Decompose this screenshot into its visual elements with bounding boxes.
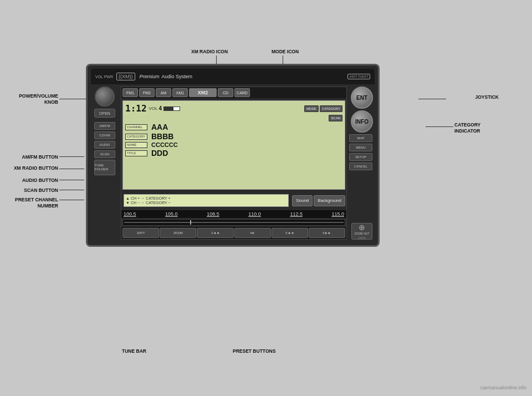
- channel-value: AAA: [151, 123, 168, 131]
- scan-button[interactable]: SCAN: [94, 150, 115, 158]
- sound-button[interactable]: Sound: [292, 195, 313, 206]
- preset-btn-6[interactable]: 6►►: [309, 228, 345, 238]
- time-display: 1:12: [125, 103, 147, 114]
- tab-am[interactable]: AM: [156, 88, 171, 97]
- category-minus-label: CATEGORY −: [146, 201, 171, 205]
- mode-button[interactable]: MODE: [304, 105, 319, 112]
- tab-xm1[interactable]: XM1: [172, 88, 188, 97]
- audio-system-text: Audio System: [162, 74, 193, 79]
- radio-body: OPEN AM/FM CD/XM AUDIO SCAN TUNE FOLDER …: [91, 87, 375, 240]
- vol-pwr-label: VOL PWR: [95, 75, 113, 79]
- freq-4[interactable]: 110.0: [248, 211, 261, 217]
- ch-minus-row: ▼ CH − → CATEGORY −: [126, 201, 287, 205]
- category-indicator-label: CATEGORY INDICATOR: [454, 122, 504, 134]
- am-fm-button[interactable]: AM/FM: [94, 122, 115, 130]
- tune-bar-line: [124, 222, 344, 223]
- category-button[interactable]: CATEGORY: [320, 105, 342, 112]
- name-value: CCCCCC: [151, 141, 178, 148]
- tune-bar: [122, 219, 345, 226]
- cd-xm-button[interactable]: CD/XM: [94, 131, 115, 139]
- freq-3[interactable]: 108.5: [207, 211, 219, 217]
- category-value: BBBB: [151, 132, 173, 141]
- scan-button-display[interactable]: SCAN: [329, 115, 342, 121]
- tune-folder-button[interactable]: TUNE FOLDER: [94, 160, 115, 175]
- sound-bg-row: Sound Background: [292, 195, 345, 206]
- ch-plus-label: CH +: [131, 196, 140, 200]
- side-buttons: AM/FM CD/XM AUDIO SCAN TUNE FOLDER: [94, 122, 115, 175]
- preset-row: 1RPT 2RDM 3◄◄ 4► 5◄◄ 6►►: [121, 227, 346, 239]
- tab-fm2[interactable]: FM2: [139, 88, 155, 97]
- channel-row: CHANNEL AAA: [125, 123, 342, 131]
- power-volume-label: POWER/VOLUME KNOB: [6, 93, 58, 105]
- category-row: CATEGORY BBBB: [125, 132, 342, 141]
- arrow-sound-area: ▲ CH + → CATEGORY + ▼ CH − → CATEGORY − …: [122, 193, 345, 208]
- freq-5[interactable]: 112.5: [290, 211, 303, 217]
- left-controls: OPEN AM/FM CD/XM AUDIO SCAN TUNE FOLDER: [91, 87, 119, 240]
- info-button[interactable]: INFO: [351, 110, 373, 133]
- tab-xm2[interactable]: XM2: [189, 88, 217, 97]
- title-value: DDD: [151, 149, 168, 158]
- mode-icon-label: MODE ICON: [272, 49, 299, 55]
- title-row: TITLE DDD: [125, 149, 342, 158]
- ch-plus-row: ▲ CH + → CATEGORY +: [126, 196, 287, 200]
- display-top-row: 1:12 VOL 4 MODE CATEGORY: [125, 103, 342, 114]
- vol-bar-fill: [164, 107, 173, 110]
- freq-2[interactable]: 105.0: [165, 211, 178, 217]
- audio-label: AUDIO BUTTON: [6, 177, 58, 184]
- preset-channel-line: [59, 200, 84, 200]
- category-indicator-line: [426, 126, 453, 127]
- open-button[interactable]: OPEN: [94, 109, 115, 118]
- down-arrow-icon: ▼: [126, 201, 130, 205]
- cancel-button[interactable]: CANCEL: [349, 163, 372, 170]
- xm-radio-line: [59, 169, 84, 169]
- anti-theft-label: ANTI THEFT: [347, 74, 370, 79]
- scan-line: [59, 190, 84, 190]
- freq-1[interactable]: 100.5: [124, 211, 136, 217]
- preset-btn-1[interactable]: 1RPT: [122, 228, 159, 238]
- category-plus-label: CATEGORY +: [146, 196, 171, 200]
- joystick-line: [418, 99, 446, 99]
- xm-radio-label: XM RADIO BUTTON: [6, 165, 58, 171]
- radio-unit: VOL PWR ((XM)) Premium Audio System ANTI…: [86, 64, 380, 247]
- freq-6[interactable]: 115.0: [331, 211, 344, 217]
- tab-card[interactable]: CARD: [234, 88, 250, 97]
- arrow-right2-icon: →: [141, 201, 145, 205]
- menu-button[interactable]: MENU: [349, 144, 372, 151]
- preset-btn-2[interactable]: 2RDM: [160, 228, 196, 238]
- vol-num: 4: [159, 105, 162, 111]
- xm-logo: ((XM)): [116, 73, 135, 80]
- ent-button[interactable]: ENT: [351, 87, 373, 109]
- radio-top-bar: VOL PWR ((XM)) Premium Audio System ANTI…: [91, 69, 375, 84]
- tab-cd[interactable]: CD: [218, 88, 233, 97]
- up-arrow-icon: ▲: [126, 196, 130, 200]
- zoom-out-button[interactable]: ⊕ ZOOM OUT 2AC8: [351, 223, 372, 240]
- joystick-label: JOYSTICK: [475, 94, 499, 100]
- preset-btn-3[interactable]: 3◄◄: [197, 228, 233, 238]
- preset-buttons-bottom-label: PRESET BUTTONS: [233, 348, 275, 354]
- preset-channel-label: PRESET CHANNEL NUMBER: [6, 197, 58, 209]
- tab-fm1[interactable]: FM1: [122, 88, 138, 97]
- right-controls: ENT INFO MAP MENU SETUP CANCEL ⊕ ZOOM OU…: [349, 87, 375, 240]
- volume-knob[interactable]: [95, 87, 115, 106]
- display-right: MODE CATEGORY: [304, 105, 342, 112]
- watermark: carmanualonline.info: [480, 385, 526, 390]
- category-tag: CATEGORY: [125, 134, 147, 140]
- audio-line: [59, 180, 84, 180]
- tune-bar-marker: [190, 220, 191, 225]
- audio-button[interactable]: AUDIO: [94, 141, 115, 149]
- scan-label: SCAN BUTTON: [6, 187, 58, 194]
- am-fm-line: [59, 156, 84, 157]
- power-volume-line: [59, 99, 87, 99]
- background-button[interactable]: Background: [314, 195, 345, 206]
- xm-radio-icon-label: XM RADIO ICON: [191, 49, 228, 55]
- map-button[interactable]: MAP: [349, 134, 372, 142]
- tab-row: FM1 FM2 AM XM1 XM2 CD CARD: [121, 87, 346, 98]
- center-display: FM1 FM2 AM XM1 XM2 CD CARD 1:12 VOL 4: [121, 87, 347, 240]
- name-row: NAME CCCCCC: [125, 141, 342, 148]
- preset-btn-4[interactable]: 4►: [234, 228, 271, 238]
- preset-btn-5[interactable]: 5◄◄: [272, 228, 308, 238]
- setup-button[interactable]: SETUP: [349, 153, 372, 161]
- arrow-right1-icon: →: [141, 196, 145, 200]
- frequency-row: 100.5 105.0 108.5 110.0 112.5 115.0: [121, 210, 346, 218]
- display-screen: 1:12 VOL 4 MODE CATEGORY SCAN CHA: [122, 100, 345, 190]
